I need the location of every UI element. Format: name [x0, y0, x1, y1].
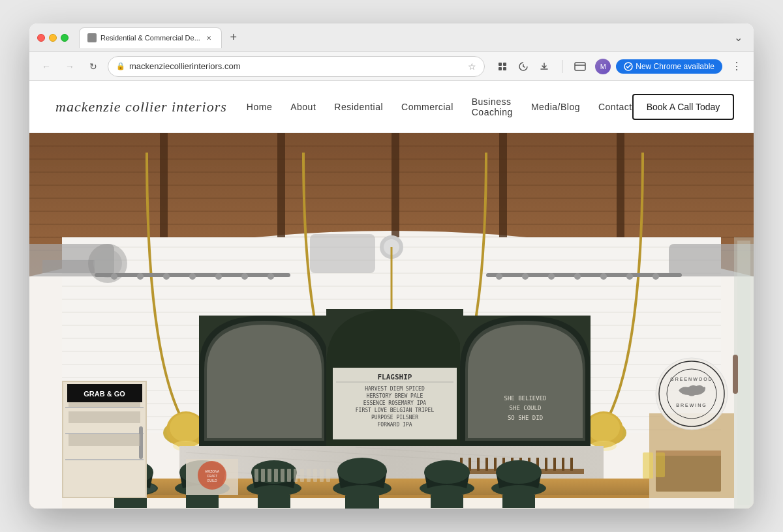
chrome-update-label: New Chrome available	[636, 62, 714, 71]
svg-point-120	[424, 460, 470, 484]
address-bar: ← → ↻ 🔒 mackenziecollierinteriors.com ☆	[29, 52, 754, 81]
traffic-lights	[37, 34, 69, 42]
svg-rect-148	[313, 469, 317, 482]
svg-rect-99	[553, 458, 556, 471]
svg-rect-165	[733, 355, 738, 394]
nav-link-coaching[interactable]: Business Coaching	[472, 96, 513, 117]
svg-text:GRAB & GO: GRAB & GO	[84, 390, 125, 398]
active-tab[interactable]: Residential & Commercial De... ✕	[79, 27, 222, 48]
svg-point-181	[652, 273, 659, 280]
toolbar-divider	[562, 60, 562, 73]
tab-title: Residential & Commercial De...	[100, 34, 200, 42]
svg-point-176	[522, 273, 529, 280]
url-text: mackenziecollierinteriors.com	[129, 61, 464, 71]
new-tab-button[interactable]: +	[224, 29, 243, 47]
svg-rect-141	[268, 469, 271, 482]
svg-text:SHE   BELIEVED: SHE BELIEVED	[504, 395, 546, 402]
svg-text:PURPOSE  PILSNER: PURPOSE PILSNER	[371, 415, 418, 421]
website-content: mackenzie collier interiors Home About R…	[29, 81, 754, 509]
svg-rect-150	[326, 469, 330, 482]
download-icon[interactable]	[534, 57, 554, 76]
svg-point-174	[268, 273, 274, 280]
site-logo[interactable]: mackenzie collier interiors	[55, 98, 227, 115]
svg-text:HARVEST  DIEM  SPICED: HARVEST DIEM SPICED	[365, 386, 425, 392]
svg-text:CRAFT: CRAFT	[207, 474, 218, 478]
svg-point-177	[548, 273, 555, 280]
svg-rect-4	[575, 63, 585, 70]
nav-links: Home About Residential Commercial Busine…	[247, 96, 632, 117]
book-call-button[interactable]: Book A Call Today	[632, 94, 735, 120]
svg-point-168	[111, 273, 117, 280]
svg-rect-167	[486, 273, 682, 277]
svg-rect-156	[643, 452, 653, 479]
bookmark-icon[interactable]: ☆	[468, 61, 476, 72]
svg-rect-19	[499, 133, 507, 254]
tab-favicon	[87, 33, 97, 42]
maximize-button[interactable]	[61, 34, 69, 42]
history-icon[interactable]	[514, 57, 533, 76]
svg-rect-100	[562, 458, 564, 471]
svg-point-117	[337, 458, 387, 484]
svg-rect-132	[69, 411, 140, 423]
svg-point-180	[626, 273, 633, 280]
svg-rect-98	[545, 458, 547, 471]
toolbar-icons	[493, 57, 554, 76]
svg-rect-157	[656, 452, 665, 477]
more-options-button[interactable]: ⋮	[728, 57, 746, 76]
svg-rect-0	[499, 63, 502, 66]
svg-rect-2	[499, 67, 502, 70]
extensions-icon[interactable]	[493, 57, 512, 76]
nav-link-about[interactable]: About	[290, 102, 316, 112]
nav-link-blog[interactable]: Media/Blog	[531, 102, 580, 112]
svg-rect-1	[503, 63, 506, 66]
close-button[interactable]	[37, 34, 45, 42]
svg-point-178	[574, 273, 581, 280]
svg-rect-128	[65, 433, 144, 434]
hero-image: FLAGSHIP HARVEST DIEM SPICED HERSTORY BR…	[29, 133, 754, 509]
tab-dropdown-icon[interactable]: ⌄	[730, 30, 746, 46]
svg-rect-38	[42, 260, 95, 273]
svg-point-179	[600, 273, 607, 280]
svg-text:GREENWOOD: GREENWOOD	[670, 377, 713, 381]
svg-point-171	[189, 273, 196, 280]
svg-rect-90	[477, 458, 480, 471]
svg-text:ARIZONA: ARIZONA	[205, 469, 220, 473]
svg-point-169	[137, 273, 144, 280]
nav-link-home[interactable]: Home	[247, 102, 272, 112]
svg-text:BREWING: BREWING	[676, 403, 707, 407]
svg-text:SO   SHE  DID: SO SHE DID	[508, 415, 543, 421]
navbar: mackenzie collier interiors Home About R…	[29, 81, 754, 133]
tab-groups-icon[interactable]	[570, 57, 590, 76]
url-bar[interactable]: 🔒 mackenziecollierinteriors.com ☆	[108, 56, 485, 77]
secure-icon: 🔒	[116, 62, 125, 70]
svg-point-175	[496, 273, 502, 280]
forward-button[interactable]: →	[61, 57, 79, 76]
svg-rect-145	[294, 469, 298, 482]
svg-rect-147	[307, 469, 311, 482]
nav-link-residential[interactable]: Residential	[334, 102, 383, 112]
hero-svg: FLAGSHIP HARVEST DIEM SPICED HERSTORY BR…	[29, 133, 754, 509]
tab-close-icon[interactable]: ✕	[204, 33, 213, 42]
svg-rect-92	[494, 458, 497, 471]
svg-rect-119	[431, 495, 463, 508]
minimize-button[interactable]	[49, 34, 57, 42]
svg-rect-143	[281, 469, 284, 482]
svg-rect-142	[274, 469, 278, 482]
svg-rect-146	[300, 469, 304, 482]
svg-rect-127	[65, 407, 144, 408]
chrome-update-button[interactable]: New Chrome available	[616, 59, 722, 74]
nav-link-commercial[interactable]: Commercial	[401, 102, 453, 112]
back-button[interactable]: ←	[37, 57, 55, 76]
reload-button[interactable]: ↻	[84, 57, 102, 76]
svg-rect-133	[69, 434, 140, 446]
svg-point-47	[170, 413, 202, 442]
nav-link-contact[interactable]: Contact	[598, 102, 632, 112]
svg-text:FORWARD   IPA: FORWARD IPA	[378, 422, 412, 428]
browser-window: Residential & Commercial De... ✕ + ⌄ ← →…	[29, 23, 754, 509]
svg-rect-140	[261, 469, 265, 482]
svg-text:FIRST LOVE BELGIAN TRIPEL: FIRST LOVE BELGIAN TRIPEL	[356, 407, 435, 413]
tab-bar: Residential & Commercial De... ✕ + ⌄	[79, 27, 746, 48]
svg-rect-155	[656, 451, 721, 456]
profile-icon[interactable]: M	[595, 59, 611, 74]
svg-text:FLAGSHIP: FLAGSHIP	[378, 373, 412, 381]
